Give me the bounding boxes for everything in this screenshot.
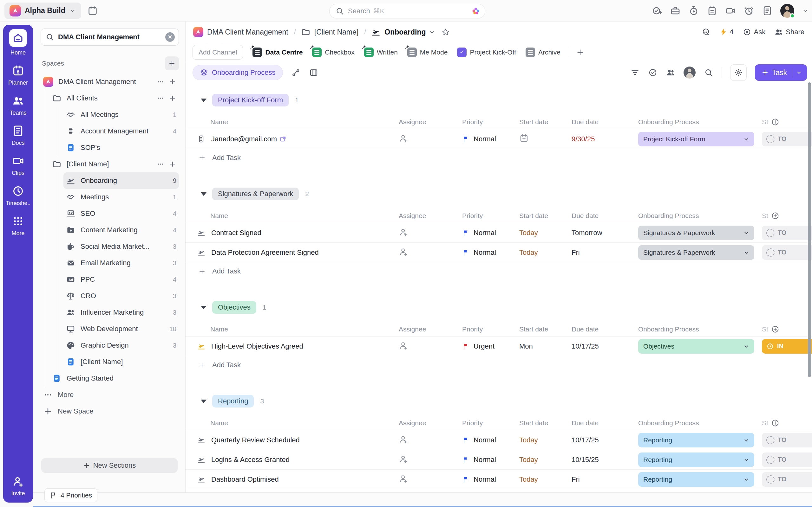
sidebar-item-content-marketing[interactable]: Content Marketing 4 [63, 222, 179, 238]
timer-icon[interactable] [688, 5, 699, 16]
sidebar-item-all-clients[interactable]: All Clients [49, 90, 179, 107]
add-space-button[interactable] [165, 56, 179, 70]
vertical-scrollbar[interactable] [808, 82, 811, 377]
start-date[interactable]: Mon [519, 342, 571, 350]
table-row[interactable]: Contract Signed Normal Today Tomorrow Si… [186, 223, 812, 243]
add-assignee-icon[interactable] [399, 247, 408, 257]
status-badge[interactable]: TO [762, 132, 812, 147]
plus-icon[interactable] [169, 160, 176, 168]
global-search[interactable]: Search ⌘K [329, 4, 485, 18]
due-date[interactable]: Fri [571, 248, 638, 257]
start-date[interactable]: Today [519, 475, 571, 484]
sidebar-item-meetings[interactable]: Meetings 1 [63, 189, 179, 205]
account-chevron-icon[interactable] [802, 7, 809, 14]
start-date[interactable]: Today [519, 456, 571, 464]
clear-search-icon[interactable]: ✕ [165, 32, 175, 42]
sidebar-new-space[interactable]: New Space [41, 403, 179, 419]
status-badge[interactable]: TO [762, 433, 812, 447]
tab-data-centre[interactable]: Data Centre [252, 48, 303, 57]
add-column-icon[interactable] [771, 211, 780, 220]
tab-project-kick-off[interactable]: ✓ Project Kick-Off [457, 48, 516, 57]
collapse-group-icon[interactable] [201, 192, 206, 196]
user-avatar[interactable] [780, 4, 794, 18]
ask-button[interactable]: Ask [743, 27, 766, 37]
add-assignee-icon[interactable] [399, 454, 408, 464]
breadcrumb-space[interactable]: DMA Client Management [207, 28, 288, 37]
ellipsis-icon[interactable] [157, 95, 164, 102]
due-date[interactable]: Fri [571, 475, 638, 484]
sidebar-item-seo[interactable]: SEO 4 [63, 205, 179, 222]
table-row[interactable]: Quarterly Review Scheduled Normal Today … [186, 430, 812, 450]
rail-item-more[interactable]: More [11, 215, 24, 237]
group-pill[interactable]: Reporting [212, 395, 254, 407]
briefcase-icon[interactable] [670, 5, 681, 16]
group-pill[interactable]: Signatures & Paperwork [212, 187, 299, 200]
new-task-button[interactable]: Task [755, 64, 807, 81]
add-assignee-icon[interactable] [399, 435, 408, 444]
process-select[interactable]: Objectives [638, 339, 754, 354]
tab-checkbox[interactable]: Checkbox [312, 48, 354, 57]
rail-item-invite[interactable]: Invite [11, 475, 25, 497]
status-badge[interactable]: TO [762, 245, 812, 260]
emoji-sparkle-icon[interactable] [702, 27, 711, 37]
sidebar-item-space-dma[interactable]: DMA Client Management [41, 73, 179, 90]
add-task-button[interactable]: Add Task [186, 149, 812, 167]
collapse-group-icon[interactable] [201, 306, 206, 309]
ellipsis-icon[interactable] [157, 78, 164, 86]
process-select[interactable]: Reporting [638, 433, 754, 447]
group-pill[interactable]: Project Kick-off Form [212, 94, 289, 107]
sidebar-item-client-name-doc[interactable]: [Client Name] [63, 354, 179, 370]
table-row[interactable]: Janedoe@gmail.com Normal 9/30/25 Project… [186, 129, 812, 149]
collapse-group-icon[interactable] [201, 99, 206, 102]
status-badge[interactable]: TO [762, 472, 812, 487]
collapse-group-icon[interactable] [201, 400, 206, 403]
calendar-button[interactable] [84, 3, 101, 19]
due-date[interactable]: 10/17/25 [571, 436, 638, 444]
start-date[interactable]: Today [519, 229, 571, 237]
add-assignee-icon[interactable] [399, 341, 408, 350]
plus-icon[interactable] [169, 95, 176, 102]
status-badge[interactable]: TO [762, 452, 812, 467]
sidebar-item-influencer-marketing[interactable]: Influencer Marketing 3 [63, 304, 179, 321]
add-task-button[interactable]: Add Task [186, 489, 812, 493]
add-assignee-icon[interactable] [399, 227, 408, 237]
ai-icon[interactable] [471, 6, 480, 16]
external-link-icon[interactable] [280, 135, 287, 143]
share-button[interactable]: Share [774, 27, 804, 37]
sidebar-item-ppc[interactable]: PPC 4 [63, 271, 179, 288]
reminder-icon[interactable] [744, 5, 754, 16]
ellipsis-icon[interactable] [157, 160, 164, 168]
due-date[interactable]: Tomorrow [571, 229, 638, 237]
rail-item-timesheets[interactable]: Timeshe.. [6, 185, 31, 207]
search-tasks-icon[interactable] [704, 68, 713, 77]
new-sections-button[interactable]: New Sections [41, 458, 177, 473]
group-pill[interactable]: Objectives [212, 301, 256, 314]
start-date[interactable]: Today [519, 436, 571, 444]
favorite-star-icon[interactable] [441, 27, 450, 37]
add-assignee-icon[interactable] [399, 133, 408, 143]
process-select[interactable]: Signatures & Paperwork [638, 245, 754, 260]
tab-me-mode[interactable]: Me Mode [407, 48, 448, 57]
rail-item-docs[interactable]: Docs [11, 124, 24, 147]
doc-icon[interactable] [762, 5, 773, 16]
process-select[interactable]: Signatures & Paperwork [638, 226, 754, 240]
record-clip-icon[interactable] [725, 5, 736, 16]
table-row[interactable]: Logins & Access Granted Normal Today 10/… [186, 450, 812, 469]
add-task-button[interactable]: Add Task [186, 356, 812, 374]
process-select[interactable]: Project Kick-off Form [638, 132, 754, 147]
process-select[interactable]: Reporting [638, 472, 754, 487]
sidebar-item-email-marketing[interactable]: Email Marketing 3 [63, 255, 179, 271]
status-badge[interactable]: IN [762, 339, 812, 354]
sidebar-item-web-development[interactable]: Web Development 10 [63, 321, 179, 337]
add-channel-button[interactable]: Add Channel [193, 45, 243, 60]
rail-item-home[interactable]: Home [9, 29, 27, 56]
table-row[interactable]: High-Level Objectives Agreed Urgent Mon … [186, 337, 812, 356]
chevron-down-icon[interactable] [428, 29, 436, 36]
tab-archive[interactable]: Archive [525, 48, 560, 57]
boost-counter[interactable]: 4 [719, 28, 733, 36]
sidebar-item-all-meetings[interactable]: All Meetings 1 [63, 107, 179, 123]
sidebar-search[interactable]: ✕ [41, 29, 179, 46]
priorities-button[interactable]: 4 Priorities [44, 488, 97, 502]
add-column-icon[interactable] [771, 418, 780, 428]
workspace-switcher[interactable]: Alpha Build [4, 3, 81, 19]
